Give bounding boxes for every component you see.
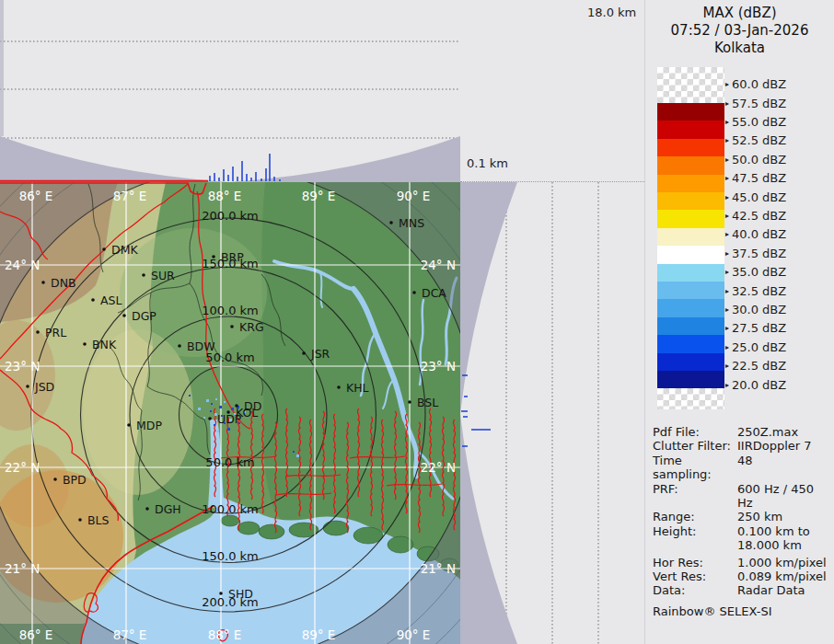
legend-label-row: ▸30.0 dBZ <box>725 302 786 316</box>
legend-boundary-label: 57.5 dBZ <box>732 97 786 110</box>
product-datetime: 07:52 / 03-Jan-2026 <box>645 22 834 40</box>
legend-band <box>657 103 724 121</box>
range-ring-label: 50.0 km <box>205 455 254 469</box>
echo-pixel <box>215 398 217 400</box>
city-dot <box>102 247 106 251</box>
echo-pixel <box>198 408 201 410</box>
legend-tick-arrow-icon: ▸ <box>725 118 729 126</box>
city-dot <box>83 342 87 346</box>
legend-band <box>657 246 724 263</box>
legend-tick-arrow-icon: ▸ <box>725 305 729 314</box>
lon-label-top: 90° E <box>397 189 431 203</box>
legend-boundary-label: 22.5 dBZ <box>732 359 786 373</box>
metadata-value: 250Z.max <box>737 425 831 439</box>
radar-map-panel: 86° E86° E87° E87° E88° E88° E89° E89° E… <box>0 182 460 644</box>
city-label: DGH <box>155 502 181 516</box>
legend-boundary-label: 42.5 dBZ <box>732 209 786 223</box>
city-label: BSL <box>417 396 438 409</box>
height-max-label: 18.0 km <box>587 6 636 19</box>
legend-tick-arrow-icon: ▸ <box>725 343 729 351</box>
echo-pixel <box>219 406 222 408</box>
legend-band <box>657 264 724 282</box>
metadata-row: Hor Res:1.000 km/pixel <box>653 556 831 569</box>
echo-pixel <box>211 403 213 405</box>
legend-tick-arrow-icon: ▸ <box>725 80 729 88</box>
top-profile-bg <box>0 0 460 182</box>
city-label: DGP <box>132 309 156 323</box>
legend-panel: MAX (dBZ) 07:52 / 03-Jan-2026 Kolkata ▸6… <box>644 0 834 644</box>
city-dot <box>208 417 212 420</box>
legend-band <box>657 335 724 352</box>
legend-tick-arrow-icon: ▸ <box>725 99 729 108</box>
lon-label-bottom: 89° E <box>302 627 336 642</box>
metadata-label: Hor Res: <box>653 556 737 569</box>
radar-map-svg: 86° E86° E87° E87° E88° E88° E89° E89° E… <box>0 182 460 644</box>
top-profile-svg <box>0 0 460 182</box>
lon-label-top: 89° E <box>302 189 336 203</box>
city-label: BPD <box>63 473 87 487</box>
product-station: Kolkata <box>645 40 834 57</box>
metadata-label: Data: <box>653 583 737 597</box>
product-title: MAX (dBZ) <box>645 5 834 22</box>
legend-overflow-bottom <box>657 388 724 409</box>
product-header: MAX (dBZ) 07:52 / 03-Jan-2026 Kolkata <box>645 5 834 57</box>
legend-tick-arrow-icon: ▸ <box>725 155 729 164</box>
lon-label-bottom: 88° E <box>208 627 242 642</box>
legend-label-row: ▸60.0 dBZ <box>725 77 786 92</box>
lon-label-bottom: 90° E <box>397 627 431 642</box>
legend-band <box>657 353 724 371</box>
lon-label-top: 88° E <box>208 189 242 203</box>
legend-label-row: ▸32.5 dBZ <box>725 283 786 298</box>
legend-boundary-label: 32.5 dBZ <box>732 284 786 298</box>
metadata-label: Vert Res: <box>653 569 737 583</box>
legend-label-row: ▸47.5 dBZ <box>725 171 786 186</box>
echo-pixel <box>231 408 234 410</box>
legend-boundary-label: 27.5 dBZ <box>732 321 786 335</box>
legend-boundary-label: 60.0 dBZ <box>732 77 786 91</box>
echo-pixel <box>189 395 191 397</box>
city-dot <box>91 298 95 302</box>
metadata-row: Range:250 km <box>653 510 831 523</box>
legend-tick-arrow-icon: ▸ <box>725 362 729 370</box>
legend-label-row: ▸42.5 dBZ <box>725 208 786 223</box>
legend-boundary-label: 52.5 dBZ <box>732 133 786 147</box>
city-label: KHL <box>346 381 369 395</box>
echo-pixel <box>217 431 219 432</box>
city-dot <box>122 314 126 317</box>
legend-tick-arrow-icon: ▸ <box>725 268 729 276</box>
city-label: ASL <box>100 293 122 307</box>
metadata-label <box>653 538 737 552</box>
legend-boundary-label: 55.0 dBZ <box>732 115 786 129</box>
lat-label-left: 22° N <box>5 460 40 475</box>
metadata-value: 600 Hz / 450 Hz <box>737 482 831 511</box>
metadata-row: Data:Radar Data <box>653 583 831 597</box>
right-height-profile-strip <box>460 182 644 644</box>
legend-boundary-label: 50.0 dBZ <box>732 153 786 167</box>
legend-band <box>657 317 724 335</box>
city-dot <box>145 507 149 511</box>
city-dot <box>212 255 215 259</box>
legend-label-row: ▸37.5 dBZ <box>725 246 786 260</box>
legend-label-row: ▸35.0 dBZ <box>725 265 786 280</box>
legend-band <box>657 156 724 174</box>
city-dot <box>127 423 131 427</box>
city-label: DNB <box>51 276 76 290</box>
metadata-rows: Pdf File:250Z.maxClutter Filter:IIRDoppl… <box>653 425 831 598</box>
city-label: SHD <box>228 587 253 601</box>
legend-boundary-label: 47.5 dBZ <box>732 171 786 185</box>
metadata-label: Clutter Filter: <box>653 439 737 453</box>
legend-band <box>657 282 724 299</box>
legend-band <box>657 210 724 227</box>
city-dot <box>337 385 341 389</box>
metadata-row: Time sampling:48 <box>653 454 831 482</box>
metadata-label: Range: <box>653 510 737 523</box>
lat-label-left: 23° N <box>5 359 40 374</box>
echo-pixel <box>203 417 205 419</box>
city-dot <box>408 400 411 404</box>
range-ring-label: 100.0 km <box>202 304 259 317</box>
city-dot <box>78 518 82 522</box>
city-dot <box>178 344 181 348</box>
legend-boundary-label: 35.0 dBZ <box>732 265 786 279</box>
legend-band <box>657 371 724 388</box>
lon-label-top: 87° E <box>113 189 147 203</box>
